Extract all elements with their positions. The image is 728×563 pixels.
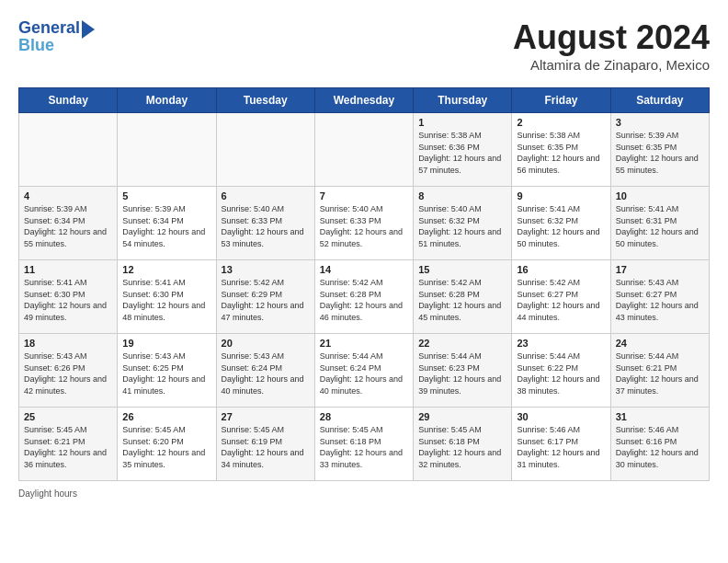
title-section: August 2024 Altamira de Zinaparo, Mexico: [513, 18, 710, 73]
month-title: August 2024: [513, 18, 710, 57]
col-header-tuesday: Tuesday: [216, 88, 314, 113]
calendar-cell: 15Sunrise: 5:42 AM Sunset: 6:28 PM Dayli…: [414, 260, 512, 334]
calendar-cell: 31Sunrise: 5:46 AM Sunset: 6:16 PM Dayli…: [610, 408, 709, 481]
day-info: Sunrise: 5:41 AM Sunset: 6:30 PM Dayligh…: [122, 277, 210, 323]
col-header-thursday: Thursday: [414, 88, 512, 113]
col-header-saturday: Saturday: [610, 88, 709, 113]
day-number: 20: [222, 338, 310, 349]
day-number: 12: [122, 264, 210, 275]
calendar-cell: 28Sunrise: 5:45 AM Sunset: 6:18 PM Dayli…: [314, 408, 413, 481]
calendar-cell: 2Sunrise: 5:38 AM Sunset: 6:35 PM Daylig…: [512, 113, 610, 187]
day-info: Sunrise: 5:45 AM Sunset: 6:19 PM Dayligh…: [222, 424, 310, 470]
day-info: Sunrise: 5:43 AM Sunset: 6:27 PM Dayligh…: [616, 277, 704, 323]
day-number: 9: [517, 190, 605, 201]
footer-note: Daylight hours: [18, 488, 710, 499]
calendar-cell: 12Sunrise: 5:41 AM Sunset: 6:30 PM Dayli…: [118, 260, 216, 334]
day-number: 23: [517, 338, 605, 349]
calendar-cell: 26Sunrise: 5:45 AM Sunset: 6:20 PM Dayli…: [118, 408, 216, 481]
calendar-cell: 30Sunrise: 5:46 AM Sunset: 6:17 PM Dayli…: [512, 408, 610, 481]
week-row-2: 4Sunrise: 5:39 AM Sunset: 6:34 PM Daylig…: [19, 187, 710, 260]
day-number: 25: [24, 411, 112, 422]
day-number: 4: [24, 190, 112, 201]
week-row-5: 25Sunrise: 5:45 AM Sunset: 6:21 PM Dayli…: [19, 408, 710, 481]
day-number: 1: [418, 117, 506, 128]
day-info: Sunrise: 5:40 AM Sunset: 6:33 PM Dayligh…: [320, 203, 408, 249]
day-number: 15: [418, 264, 506, 275]
logo-text-general: General: [18, 19, 80, 38]
calendar-cell: 16Sunrise: 5:42 AM Sunset: 6:27 PM Dayli…: [512, 260, 610, 334]
calendar-cell: [118, 113, 216, 187]
calendar-cell: 19Sunrise: 5:43 AM Sunset: 6:25 PM Dayli…: [118, 334, 216, 408]
week-row-3: 11Sunrise: 5:41 AM Sunset: 6:30 PM Dayli…: [19, 260, 710, 334]
day-info: Sunrise: 5:40 AM Sunset: 6:33 PM Dayligh…: [222, 203, 310, 249]
calendar-cell: [314, 113, 413, 187]
day-number: 2: [517, 117, 605, 128]
calendar-cell: 11Sunrise: 5:41 AM Sunset: 6:30 PM Dayli…: [19, 260, 118, 334]
day-info: Sunrise: 5:42 AM Sunset: 6:29 PM Dayligh…: [222, 277, 310, 323]
header-row: SundayMondayTuesdayWednesdayThursdayFrid…: [19, 88, 710, 113]
calendar-table: SundayMondayTuesdayWednesdayThursdayFrid…: [18, 87, 710, 481]
day-info: Sunrise: 5:38 AM Sunset: 6:35 PM Dayligh…: [517, 130, 605, 176]
day-info: Sunrise: 5:41 AM Sunset: 6:31 PM Dayligh…: [616, 203, 704, 249]
calendar-cell: 29Sunrise: 5:45 AM Sunset: 6:18 PM Dayli…: [414, 408, 512, 481]
day-info: Sunrise: 5:44 AM Sunset: 6:22 PM Dayligh…: [517, 350, 605, 396]
day-info: Sunrise: 5:42 AM Sunset: 6:27 PM Dayligh…: [517, 277, 605, 323]
day-info: Sunrise: 5:45 AM Sunset: 6:21 PM Dayligh…: [24, 424, 112, 470]
day-number: 11: [24, 264, 112, 275]
day-number: 3: [616, 117, 704, 128]
day-number: 24: [616, 338, 704, 349]
day-info: Sunrise: 5:43 AM Sunset: 6:24 PM Dayligh…: [222, 350, 310, 396]
day-number: 22: [418, 338, 506, 349]
calendar-cell: 14Sunrise: 5:42 AM Sunset: 6:28 PM Dayli…: [314, 260, 413, 334]
day-info: Sunrise: 5:45 AM Sunset: 6:18 PM Dayligh…: [418, 424, 506, 470]
day-info: Sunrise: 5:45 AM Sunset: 6:18 PM Dayligh…: [320, 424, 408, 470]
calendar-cell: 18Sunrise: 5:43 AM Sunset: 6:26 PM Dayli…: [19, 334, 118, 408]
day-number: 30: [517, 411, 605, 422]
day-number: 27: [222, 411, 310, 422]
calendar-cell: 3Sunrise: 5:39 AM Sunset: 6:35 PM Daylig…: [610, 113, 709, 187]
day-number: 7: [320, 190, 408, 201]
col-header-sunday: Sunday: [19, 88, 118, 113]
day-number: 5: [122, 190, 210, 201]
calendar-cell: 9Sunrise: 5:41 AM Sunset: 6:32 PM Daylig…: [512, 187, 610, 260]
header: General Blue August 2024 Altamira de Zin…: [18, 18, 710, 73]
day-info: Sunrise: 5:42 AM Sunset: 6:28 PM Dayligh…: [320, 277, 408, 323]
calendar-cell: [19, 113, 118, 187]
day-number: 6: [222, 190, 310, 201]
day-info: Sunrise: 5:38 AM Sunset: 6:36 PM Dayligh…: [418, 130, 506, 176]
calendar-cell: 23Sunrise: 5:44 AM Sunset: 6:22 PM Dayli…: [512, 334, 610, 408]
day-number: 29: [418, 411, 506, 422]
day-info: Sunrise: 5:45 AM Sunset: 6:20 PM Dayligh…: [122, 424, 210, 470]
week-row-1: 1Sunrise: 5:38 AM Sunset: 6:36 PM Daylig…: [19, 113, 710, 187]
day-info: Sunrise: 5:42 AM Sunset: 6:28 PM Dayligh…: [418, 277, 506, 323]
day-number: 16: [517, 264, 605, 275]
day-number: 10: [616, 190, 704, 201]
calendar-cell: 10Sunrise: 5:41 AM Sunset: 6:31 PM Dayli…: [610, 187, 709, 260]
week-row-4: 18Sunrise: 5:43 AM Sunset: 6:26 PM Dayli…: [19, 334, 710, 408]
col-header-wednesday: Wednesday: [314, 88, 413, 113]
day-info: Sunrise: 5:44 AM Sunset: 6:21 PM Dayligh…: [616, 350, 704, 396]
day-info: Sunrise: 5:39 AM Sunset: 6:34 PM Dayligh…: [122, 203, 210, 249]
calendar-cell: 8Sunrise: 5:40 AM Sunset: 6:32 PM Daylig…: [414, 187, 512, 260]
calendar-cell: 20Sunrise: 5:43 AM Sunset: 6:24 PM Dayli…: [216, 334, 314, 408]
calendar-cell: 7Sunrise: 5:40 AM Sunset: 6:33 PM Daylig…: [314, 187, 413, 260]
day-info: Sunrise: 5:39 AM Sunset: 6:34 PM Dayligh…: [24, 203, 112, 249]
day-info: Sunrise: 5:46 AM Sunset: 6:17 PM Dayligh…: [517, 424, 605, 470]
subtitle: Altamira de Zinaparo, Mexico: [513, 57, 710, 73]
calendar-cell: 4Sunrise: 5:39 AM Sunset: 6:34 PM Daylig…: [19, 187, 118, 260]
calendar-cell: 17Sunrise: 5:43 AM Sunset: 6:27 PM Dayli…: [610, 260, 709, 334]
calendar-cell: 22Sunrise: 5:44 AM Sunset: 6:23 PM Dayli…: [414, 334, 512, 408]
calendar-cell: 24Sunrise: 5:44 AM Sunset: 6:21 PM Dayli…: [610, 334, 709, 408]
calendar-cell: 5Sunrise: 5:39 AM Sunset: 6:34 PM Daylig…: [118, 187, 216, 260]
day-number: 17: [616, 264, 704, 275]
day-number: 14: [320, 264, 408, 275]
day-number: 8: [418, 190, 506, 201]
day-number: 18: [24, 338, 112, 349]
day-info: Sunrise: 5:40 AM Sunset: 6:32 PM Dayligh…: [418, 203, 506, 249]
calendar-cell: 13Sunrise: 5:42 AM Sunset: 6:29 PM Dayli…: [216, 260, 314, 334]
day-info: Sunrise: 5:41 AM Sunset: 6:30 PM Dayligh…: [24, 277, 112, 323]
day-number: 13: [222, 264, 310, 275]
col-header-friday: Friday: [512, 88, 610, 113]
day-number: 28: [320, 411, 408, 422]
calendar-cell: [216, 113, 314, 187]
